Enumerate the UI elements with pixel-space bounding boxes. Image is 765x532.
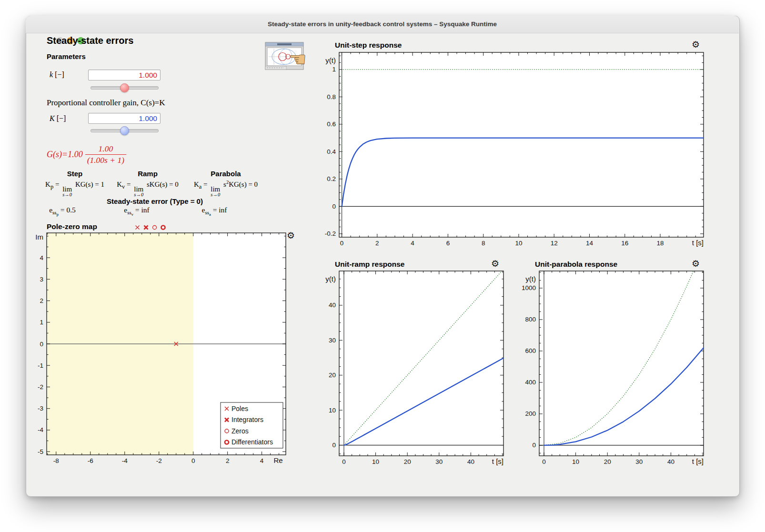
svg-text:0: 0 [340, 240, 344, 247]
x-axis-label: t [s] [692, 239, 704, 247]
legend-label: Differentiators [232, 438, 273, 446]
steady-state-error-type-label: Steady-state error (Type = 0) [71, 197, 238, 205]
svg-text:40: 40 [329, 301, 336, 309]
ess-step-value: essp = 0.5 [31, 206, 93, 217]
error-constant-parabola: Parabola Ka = lims→0 s2KG(s) = 0 [186, 170, 266, 197]
y-axis-label: y(t) [325, 275, 336, 283]
legend-label: Integrators [232, 416, 263, 423]
unit-step-plot[interactable]: 024681012141618-0.200.20.40.60.81y(t)t [… [314, 48, 719, 253]
svg-text:40: 40 [467, 458, 474, 465]
svg-text:200: 200 [525, 410, 536, 417]
svg-text:-8: -8 [53, 457, 59, 464]
svg-text:-5: -5 [38, 448, 43, 455]
K-slider[interactable] [91, 126, 159, 134]
svg-text:400: 400 [525, 379, 536, 386]
svg-text:1: 1 [40, 319, 43, 326]
interactive-plot-thumbnail: ☚ [265, 41, 312, 73]
k-slider-thumb[interactable] [120, 83, 129, 92]
svg-text:0.4: 0.4 [327, 148, 336, 155]
transfer-function-formula: G(s)=1.00 1.00 (1.00s + 1) [47, 144, 126, 165]
svg-text:-6: -6 [88, 457, 93, 464]
svg-text:-1: -1 [38, 362, 43, 369]
svg-text:18: 18 [657, 240, 664, 247]
svg-text:0: 0 [40, 341, 43, 348]
ramp-canvas: 010203040010203040y(t)t [s] [314, 267, 512, 472]
pole-zero-plot[interactable]: -8-6-4-202443210-1-2-3-4-5PolesIntegrato… [24, 229, 305, 476]
svg-text:30: 30 [635, 458, 643, 465]
svg-text:3: 3 [40, 276, 43, 283]
controller-gain-label: Proportional controller gain, C(s)=K [47, 98, 165, 108]
svg-text:0: 0 [342, 458, 346, 465]
unit-ramp-plot[interactable]: 010203040010203040y(t)t [s] [314, 267, 512, 472]
pointing-hand-icon: ☚ [289, 48, 307, 70]
svg-text:14: 14 [586, 240, 594, 247]
k-field-label: k [−] [50, 70, 64, 79]
svg-text:12: 12 [551, 240, 558, 247]
svg-text:-2: -2 [156, 457, 162, 464]
step-canvas: 024681012141618-0.200.20.40.60.81y(t)t [… [314, 48, 719, 253]
svg-text:2: 2 [40, 297, 43, 304]
k-slider[interactable] [91, 83, 159, 91]
svg-text:16: 16 [621, 240, 628, 247]
x-axis-label: t [s] [692, 457, 704, 465]
legend-label: Poles [232, 405, 248, 412]
K-value-input[interactable] [88, 113, 161, 124]
svg-text:-2: -2 [38, 383, 43, 391]
page-title: Steady-state errors [47, 35, 133, 46]
svg-text:10: 10 [329, 407, 336, 414]
parab-canvas: 01020304002004006008001000y(t)t [s] [514, 267, 715, 472]
x-axis-label: t [s] [492, 457, 503, 465]
K-slider-thumb[interactable] [120, 126, 129, 135]
svg-text:4: 4 [260, 457, 264, 464]
svg-text:30: 30 [435, 458, 443, 465]
svg-text:10: 10 [572, 458, 579, 465]
svg-text:0: 0 [332, 203, 336, 210]
svg-text:20: 20 [604, 458, 611, 465]
error-constant-ramp: Ramp Kv = lims→0 sKG(s) = 0 [112, 170, 183, 197]
svg-text:-4: -4 [38, 426, 43, 433]
svg-text:40: 40 [667, 458, 674, 465]
svg-text:-4: -4 [122, 457, 128, 464]
svg-text:800: 800 [525, 316, 536, 323]
pz-canvas: -8-6-4-202443210-1-2-3-4-5PolesIntegrato… [24, 229, 305, 476]
svg-text:0.6: 0.6 [327, 120, 336, 128]
svg-text:0: 0 [532, 442, 536, 449]
svg-text:-3: -3 [38, 405, 43, 412]
K-field-label: K [−] [50, 114, 66, 123]
svg-text:10: 10 [372, 458, 379, 465]
legend-label: Zeros [232, 427, 249, 435]
svg-text:20: 20 [404, 458, 411, 465]
fraction: 1.00 (1.00s + 1) [85, 144, 126, 165]
error-constant-step: Step Kp = lims→0 KG(s) = 1 [39, 170, 111, 197]
svg-text:2: 2 [375, 240, 379, 247]
svg-text:0.8: 0.8 [327, 93, 336, 100]
ess-ramp-value: essv = inf [106, 206, 168, 217]
svg-text:600: 600 [525, 347, 536, 354]
svg-text:1: 1 [332, 66, 336, 73]
svg-text:6: 6 [446, 240, 450, 247]
svg-text:0: 0 [542, 458, 546, 465]
svg-text:0: 0 [332, 442, 336, 449]
y-axis-label: y(t) [525, 275, 536, 283]
svg-text:1000: 1000 [522, 284, 536, 291]
svg-text:2: 2 [226, 457, 230, 464]
svg-text:0.2: 0.2 [327, 175, 336, 182]
svg-text:8: 8 [482, 240, 485, 247]
svg-text:10: 10 [515, 240, 522, 247]
svg-text:4: 4 [411, 240, 414, 247]
parameters-label: Parameters [47, 52, 86, 60]
unit-parabola-plot[interactable]: 01020304002004006008001000y(t)t [s] [514, 267, 715, 472]
y-axis-label: Im [35, 233, 43, 241]
svg-text:30: 30 [329, 337, 336, 344]
svg-text:20: 20 [329, 371, 336, 379]
svg-text:-0.2: -0.2 [325, 230, 336, 237]
svg-text:0: 0 [191, 457, 195, 464]
ess-parabola-value: essa = inf [183, 206, 245, 217]
k-value-input[interactable] [88, 70, 161, 80]
y-axis-label: y(t) [325, 56, 336, 64]
x-axis-label: Re [273, 456, 282, 464]
window-title: Steady-state errors in unity-feedback co… [26, 20, 739, 28]
svg-text:4: 4 [40, 254, 43, 261]
